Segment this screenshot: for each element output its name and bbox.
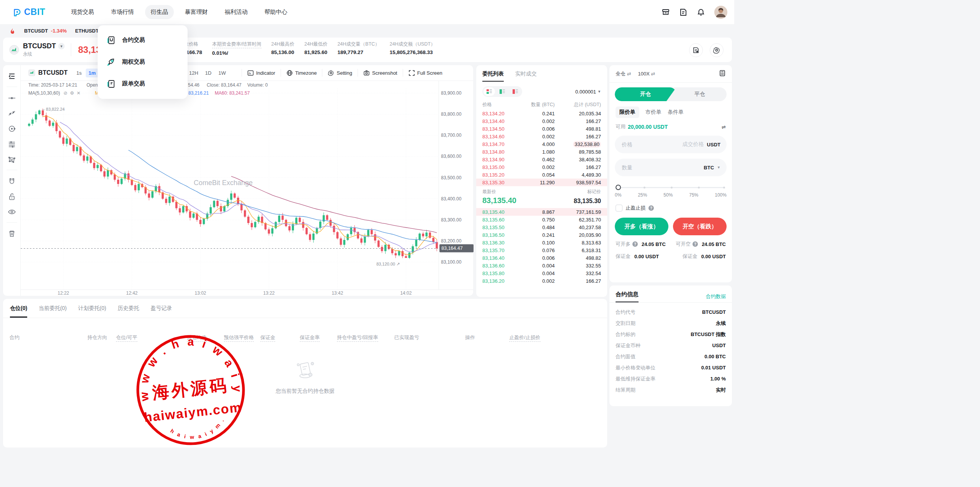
orderbook-row[interactable]: 83,135.3011.290938,597.54 <box>476 179 607 186</box>
question-icon[interactable]: ? <box>632 241 638 247</box>
chart-plot[interactable]: Time: 2025-03-17 14:21 Open 54.46 Close:… <box>21 81 473 296</box>
amount-slider[interactable] <box>616 185 725 190</box>
polygon-pattern-icon[interactable] <box>8 155 16 164</box>
positions-tab-4[interactable]: 盈亏记录 <box>150 305 172 318</box>
tool-setting[interactable]: Setting <box>322 69 357 77</box>
timeframe-12H[interactable]: 12H <box>186 69 201 77</box>
transfer-icon[interactable]: ⇌ <box>722 124 726 130</box>
tab-open-position[interactable]: 开仓 <box>615 87 676 101</box>
orderbook-row[interactable]: 83,136.300.1008,313.63 <box>476 239 607 246</box>
trendline-icon[interactable] <box>8 109 16 118</box>
depth-select[interactable]: 0.000001 ▼ <box>575 89 601 95</box>
positions-tab-0[interactable]: 仓位(0) <box>10 305 27 318</box>
order-type-1[interactable]: 市价单 <box>645 109 662 116</box>
unlock-icon[interactable] <box>8 192 16 201</box>
orderbook-row[interactable]: 83,135.000.002166.27 <box>476 163 607 171</box>
leverage-switch[interactable]: 100X ⇄ <box>638 71 655 77</box>
question-icon[interactable]: ? <box>693 241 698 247</box>
orderbook-row[interactable]: 83,136.400.006498.82 <box>476 254 607 262</box>
candlestick-chart[interactable]: 83,900.0083,800.0083,700.0083,600.0083,5… <box>21 81 474 296</box>
nav-item-3[interactable]: 暴富理财 <box>179 5 214 19</box>
nav-item-2[interactable]: 衍生品 <box>145 5 174 19</box>
bell-icon[interactable] <box>697 8 705 16</box>
orderbook-row[interactable]: 83,134.400.002166.27 <box>476 117 607 125</box>
orderbook-row[interactable]: 83,134.200.24120,035.34 <box>476 110 607 117</box>
assets-box-icon[interactable] <box>662 8 670 16</box>
orderbook-row[interactable]: 83,134.500.006498.81 <box>476 125 607 133</box>
slider-thumb[interactable] <box>616 185 621 190</box>
orderbook-row[interactable]: 83,135.800.004332.54 <box>476 269 607 277</box>
dropdown-item-2[interactable]: 跟单交易 <box>98 73 188 95</box>
orderbook-tab-0[interactable]: 委托列表 <box>482 71 504 82</box>
symbol-dropdown-arrow[interactable]: ▼ <box>58 43 65 49</box>
tool-indicator[interactable]: fxIndicator <box>242 69 281 77</box>
price-input[interactable] <box>621 141 679 148</box>
contract-info-title[interactable]: 合约信息 <box>616 291 639 302</box>
positions-header[interactable]: 保证金 <box>260 334 275 342</box>
open-long-button[interactable]: 开多（看涨） <box>615 218 668 235</box>
orderbook-row[interactable]: 83,135.700.0766,318.31 <box>476 246 607 254</box>
avatar[interactable] <box>714 6 727 19</box>
orderbook-row[interactable]: 83,135.500.48440,237.58 <box>476 223 607 231</box>
orderbook-both-icon[interactable] <box>483 87 495 96</box>
positions-header[interactable]: 止盈价/止损价 <box>509 334 541 342</box>
quantity-input[interactable] <box>621 164 701 171</box>
calculator-icon[interactable] <box>719 70 726 78</box>
timeframe-1s[interactable]: 1s <box>74 69 84 77</box>
tool-screenshot[interactable]: Screenshot <box>358 69 403 77</box>
tab-close-position[interactable]: 平仓 <box>673 87 727 101</box>
eye-icon[interactable] <box>8 208 16 216</box>
tpsl-checkbox[interactable] <box>616 205 622 212</box>
ticker-item[interactable]: BTCUSDT-1.34% <box>16 28 67 34</box>
question-icon[interactable]: ? <box>648 205 654 211</box>
tool-full-screen[interactable]: Full Screen <box>403 69 448 77</box>
positions-tab-1[interactable]: 当前委托(0) <box>39 305 67 318</box>
orders-doc-icon[interactable] <box>679 8 688 16</box>
positions-tab-3[interactable]: 历史委托 <box>118 305 139 318</box>
order-type-0[interactable]: 限价单 <box>616 107 639 118</box>
orderbook-row[interactable]: 83,134.600.002166.27 <box>476 133 607 140</box>
margin-mode-switch[interactable]: 全仓 ⇄ <box>616 71 631 77</box>
nav-item-5[interactable]: 帮助中心 <box>259 5 293 19</box>
orderbook-row[interactable]: 83,136.200.002166.27 <box>476 277 607 285</box>
timeframe-1W[interactable]: 1W <box>216 69 229 77</box>
open-short-button[interactable]: 开空（看跌） <box>673 218 727 235</box>
last-price-value[interactable]: 83,135.40 <box>482 196 516 205</box>
positions-header[interactable]: 持仓中盈亏/回报率 <box>337 334 378 342</box>
orderbook-row[interactable]: 83,136.500.24120,035.90 <box>476 231 607 239</box>
orderbook-row[interactable]: 83,135.600.75062,351.70 <box>476 216 607 223</box>
timeframe-1m[interactable]: 1m <box>86 69 98 77</box>
positions-tab-2[interactable]: 计划委托(0) <box>78 305 106 318</box>
nav-item-4[interactable]: 福利活动 <box>219 5 253 19</box>
contract-data-link[interactable]: 合约数据 <box>706 293 726 300</box>
kline-report-button[interactable] <box>689 43 703 57</box>
chevron-down-icon[interactable]: ▼ <box>717 166 720 169</box>
timeframe-1D[interactable]: 1D <box>203 69 214 77</box>
orderbook-bids-icon[interactable] <box>497 87 508 96</box>
orderbook-row[interactable]: 83,134.704.000332,538.80 <box>476 140 607 148</box>
orderbook-row[interactable]: 83,135.408.867737,161.59 <box>476 208 607 216</box>
orderbook-row[interactable]: 83,136.600.004332.55 <box>476 262 607 269</box>
nav-item-0[interactable]: 现货交易 <box>65 5 100 19</box>
order-type-2[interactable]: 条件单 <box>668 109 684 116</box>
settings-button[interactable] <box>710 43 724 57</box>
orderbook-row[interactable]: 83,134.801.08089,785.58 <box>476 148 607 156</box>
positions-header[interactable]: 预估强平价格 <box>224 334 254 342</box>
trash-icon[interactable] <box>8 230 16 238</box>
orderbook-tab-1[interactable]: 实时成交 <box>515 71 537 82</box>
stat-label[interactable]: 本期资金费率/结算时间 <box>212 41 261 48</box>
ellipse-icon[interactable] <box>8 125 16 133</box>
logo[interactable]: CBIT <box>13 7 46 17</box>
magnet-icon[interactable] <box>8 177 16 185</box>
nav-item-1[interactable]: 市场行情 <box>105 5 140 19</box>
positions-header[interactable]: 仓位/可平 <box>116 334 137 342</box>
fib-lines-icon[interactable] <box>8 140 16 148</box>
tool-timezone[interactable]: Timezone <box>281 69 322 77</box>
orderbook-asks-icon[interactable] <box>510 87 521 96</box>
crosshair-line-icon[interactable] <box>8 94 16 102</box>
orderbook-row[interactable]: 83,134.900.46238,408.32 <box>476 156 607 163</box>
orderbook-row[interactable]: 83,135.200.0544,489.30 <box>476 171 607 179</box>
positions-header[interactable]: 持仓均价 <box>187 334 207 342</box>
dropdown-item-0[interactable]: 合约交易 <box>98 29 188 51</box>
dropdown-item-1[interactable]: 期权交易 <box>98 51 188 73</box>
